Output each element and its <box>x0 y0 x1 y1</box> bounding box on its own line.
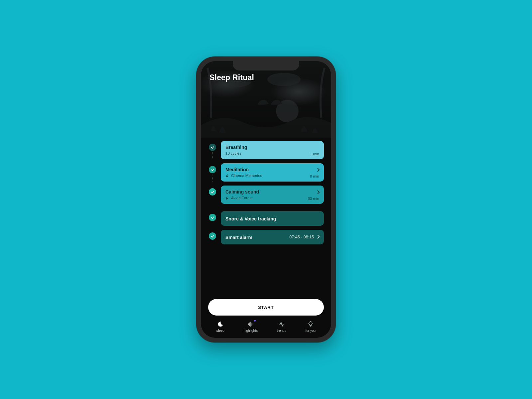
check-badge-icon <box>209 144 216 151</box>
check-badge-icon <box>209 188 216 196</box>
card-title: Meditation <box>225 167 319 172</box>
section-gap <box>208 208 324 211</box>
card-title: Breathing <box>225 145 319 150</box>
card-subtitle: Avian Forest <box>225 196 319 200</box>
start-button[interactable]: START <box>208 299 324 316</box>
ritual-list: Breathing 10 cycles 1 min Meditation <box>201 138 331 293</box>
card-snore-tracking[interactable]: Snore & Voice tracking <box>221 211 324 226</box>
phone-frame: Sleep Ritual Breathing 10 cycles 1 min <box>196 57 336 342</box>
notification-dot-icon <box>254 320 256 322</box>
phone-notch <box>233 61 299 70</box>
card-title: Snore & Voice tracking <box>225 216 276 221</box>
card-duration: 1 min <box>310 152 319 156</box>
nav-label: trends <box>277 329 286 332</box>
card-subtitle: 10 cycles <box>225 151 319 155</box>
bottom-nav: sleep highlights trends <box>201 319 331 338</box>
nav-item-sleep[interactable]: sleep <box>216 321 224 332</box>
check-badge-icon <box>209 232 216 240</box>
svg-line-9 <box>308 323 309 324</box>
card-subtitle: Cinema Memories <box>225 174 319 178</box>
alarm-time-range: 07:45 - 08:15 <box>289 235 314 239</box>
chevron-right-icon <box>317 234 320 240</box>
nav-label: highlights <box>244 329 258 332</box>
nav-label: for you <box>305 329 316 332</box>
svg-line-10 <box>313 323 313 324</box>
card-breathing[interactable]: Breathing 10 cycles 1 min <box>221 141 324 159</box>
page-title: Sleep Ritual <box>209 73 323 82</box>
card-title: Calming sound <box>225 189 319 195</box>
ritual-item-snore-tracking: Snore & Voice tracking <box>208 211 324 226</box>
check-badge-icon <box>209 166 216 173</box>
step-indicator-col <box>208 141 217 159</box>
activity-icon <box>278 321 285 328</box>
card-title: Smart alarm <box>225 235 252 240</box>
card-duration: 30 min <box>308 197 319 200</box>
ritual-item-smart-alarm: Smart alarm 07:45 - 08:15 <box>208 230 324 244</box>
nav-item-highlights[interactable]: highlights <box>244 321 258 332</box>
step-connector <box>212 152 213 159</box>
chevron-right-icon <box>317 190 320 196</box>
card-duration: 8 min <box>310 174 319 178</box>
step-connector <box>212 175 213 182</box>
card-calming-sound[interactable]: Calming sound Avian Forest 30 min <box>221 186 324 204</box>
ritual-item-meditation: Meditation Cinema Memories 8 min <box>208 163 324 182</box>
card-meditation[interactable]: Meditation Cinema Memories 8 min <box>221 163 324 182</box>
step-indicator-col <box>208 230 217 244</box>
hero-illustration: Sleep Ritual <box>201 61 331 138</box>
nav-item-trends[interactable]: trends <box>277 321 286 332</box>
music-note-icon <box>225 196 229 200</box>
step-indicator-col <box>208 163 217 182</box>
nav-label: sleep <box>216 329 224 332</box>
card-smart-alarm[interactable]: Smart alarm 07:45 - 08:15 <box>221 230 324 244</box>
lightbulb-icon <box>307 321 314 328</box>
nav-item-for-you[interactable]: for you <box>305 321 316 332</box>
check-badge-icon <box>209 214 216 221</box>
ritual-item-breathing: Breathing 10 cycles 1 min <box>208 141 324 159</box>
sound-bars-icon <box>247 321 254 328</box>
app-screen: Sleep Ritual Breathing 10 cycles 1 min <box>201 61 331 338</box>
step-indicator-col <box>208 186 217 204</box>
ritual-item-calming-sound: Calming sound Avian Forest 30 min <box>208 186 324 204</box>
music-note-icon <box>225 174 229 178</box>
chevron-right-icon <box>317 167 320 173</box>
forest-night-illustration <box>201 61 331 138</box>
moon-icon <box>217 321 224 328</box>
step-indicator-col <box>208 211 217 226</box>
